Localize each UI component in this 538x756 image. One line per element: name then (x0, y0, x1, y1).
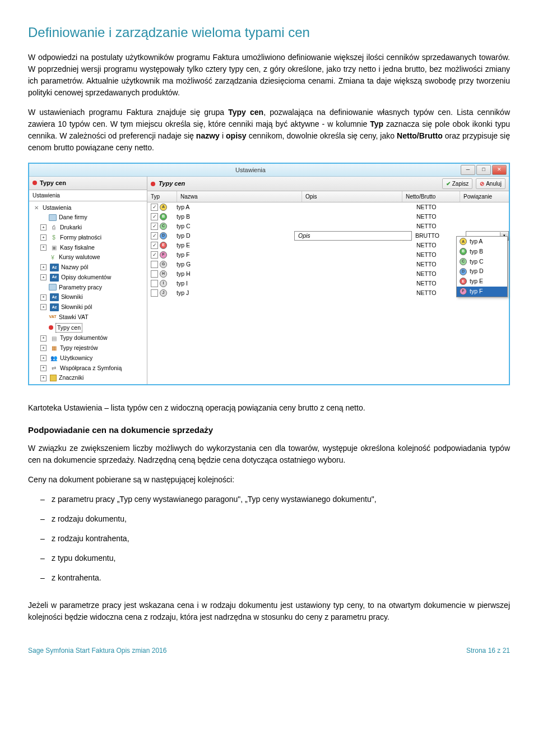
type-checkbox[interactable]: ✓ (151, 204, 158, 211)
type-badge-icon: B (460, 248, 467, 255)
az-icon: Az (50, 293, 59, 301)
dropdown-item[interactable]: Etyp E (457, 276, 507, 287)
expander-icon[interactable]: + (40, 294, 47, 301)
cancel-icon: ⊘ (480, 179, 484, 188)
table-row[interactable]: ✓Ctyp CNETTO (147, 222, 509, 231)
table-row[interactable]: Jtyp JNETTO (147, 288, 509, 298)
tree-wspolpraca[interactable]: +⇄Współpraca z Symfonią (31, 363, 147, 374)
cell-nazwa: typ A (173, 203, 294, 212)
type-checkbox[interactable] (151, 289, 158, 297)
table-header: Typ Nazwa Opis Netto/Brutto Powiązanie (147, 191, 509, 202)
tree-opisy-dokumentow[interactable]: +AzOpisy dokumentów (31, 273, 147, 283)
cell-nazwa: typ J (173, 289, 294, 298)
tree-nazwy-pol[interactable]: +AzNazwy pól (31, 262, 147, 273)
tree-typy-cen[interactable]: Typy cen (31, 322, 147, 334)
expander-icon[interactable]: + (40, 274, 47, 280)
tree-slowniki-pol[interactable]: +AzSłowniki pól (31, 302, 147, 312)
paragraph-5: Jeżeli w parametrze pracy jest wskazana … (28, 600, 510, 623)
dropdown-item[interactable]: Atyp A (457, 237, 507, 247)
cell-opis[interactable]: Opis (294, 231, 412, 241)
tree-slowniki[interactable]: +AzSłowniki (31, 292, 147, 302)
tree-dane-firmy[interactable]: Dane firmy (31, 213, 147, 223)
expander-icon[interactable]: + (40, 245, 47, 251)
register-icon: ▣ (50, 243, 58, 251)
cell-nazwa: typ E (173, 241, 294, 250)
col-powiazanie[interactable]: Powiązanie (460, 191, 509, 202)
table-row[interactable]: ✓Etyp ENETTO (147, 241, 509, 250)
az-icon: Az (50, 274, 59, 282)
type-checkbox[interactable]: ✓ (151, 251, 158, 259)
col-typ[interactable]: Typ (147, 191, 177, 202)
type-badge-icon: C (160, 223, 167, 230)
dropdown-item[interactable]: Ftyp F (457, 287, 507, 297)
list-item: z rodzaju dokumentu, (44, 513, 510, 533)
table-row[interactable]: ✓Atyp ANETTO (147, 202, 509, 212)
type-badge-icon: E (160, 242, 167, 249)
tree-root[interactable]: ✕Ustawienia (31, 203, 147, 213)
vat-icon: VAT (49, 314, 57, 321)
dropdown-item[interactable]: Btyp B (457, 247, 507, 257)
close-button[interactable]: ✕ (492, 165, 507, 175)
tree-sage[interactable]: ♣SAGE (31, 383, 147, 384)
minimize-button[interactable]: ─ (461, 165, 475, 175)
col-opis[interactable]: Opis (302, 191, 402, 202)
type-checkbox[interactable] (151, 261, 158, 268)
type-checkbox[interactable] (151, 270, 158, 278)
type-checkbox[interactable]: ✓ (151, 213, 158, 220)
type-checkbox[interactable]: ✓ (151, 242, 158, 249)
expander-icon[interactable]: + (40, 224, 47, 231)
tree-typy-rejestrow[interactable]: +▦Typy rejestrów (31, 343, 147, 353)
maximize-button[interactable]: □ (476, 165, 491, 175)
powiazanie-dropdown[interactable]: Atyp ABtyp BCtyp CDtyp DEtyp EFtyp F (456, 236, 508, 297)
red-dot-icon (33, 181, 37, 185)
table-row[interactable]: ✓Ftyp FNETTO (147, 250, 509, 260)
tree-stawki-vat[interactable]: VATStawki VAT (31, 312, 147, 322)
tree-formy-platnosci[interactable]: +$Formy płatności (31, 233, 147, 243)
currency-icon: ¥ (49, 253, 57, 261)
tree-uzytkownicy[interactable]: +👥Użytkownicy (31, 353, 147, 363)
table-row[interactable]: ✓Btyp BNETTO (147, 212, 509, 222)
main-title: Typy cen (159, 179, 185, 188)
expander-icon[interactable]: + (40, 345, 47, 351)
red-dot-icon (49, 325, 53, 330)
tree-drukarki[interactable]: +⎙Drukarki (31, 223, 147, 233)
people-icon: 👥 (50, 354, 58, 362)
list-item: z parametru pracy „Typ ceny wystawianego… (44, 494, 510, 513)
type-badge-icon: I (160, 280, 167, 287)
sidebar: Typy cen Ustawienia ✕Ustawienia Dane fir… (29, 177, 147, 384)
type-checkbox[interactable] (151, 280, 158, 287)
cell-nettobrutto: NETTO (413, 203, 467, 212)
expander-icon[interactable]: + (40, 264, 47, 270)
dropdown-item[interactable]: Ctyp C (457, 257, 507, 267)
tree-parametry-pracy[interactable]: Parametry pracy (31, 283, 147, 293)
figure-caption: Kartoteka Ustawienia – lista typów cen z… (28, 402, 510, 414)
table-row[interactable]: Htyp HNETTO (147, 269, 509, 279)
dropdown-item[interactable]: Dtyp D (457, 266, 507, 276)
save-button[interactable]: ✔Zapisz (442, 178, 472, 189)
tree-typy-dokumentow[interactable]: +▤Typy dokumentów (31, 333, 147, 343)
wrench-icon: ✕ (33, 204, 40, 211)
cancel-button[interactable]: ⊘Anuluj (476, 178, 505, 189)
tree-kursy-walutowe[interactable]: ¥Kursy walutowe (31, 252, 147, 262)
expander-icon[interactable]: + (40, 365, 47, 371)
col-nettobrutto[interactable]: Netto/Brutto (402, 191, 460, 202)
type-checkbox[interactable]: ✓ (151, 232, 158, 239)
col-nazwa[interactable]: Nazwa (177, 191, 302, 202)
type-badge-icon: G (160, 261, 167, 268)
table-row[interactable]: Gtyp GNETTO (147, 260, 509, 269)
expander-icon[interactable]: + (40, 355, 47, 361)
expander-icon[interactable]: + (40, 234, 47, 241)
table-row[interactable]: ✓Dtyp DOpisBRUTTO▾ (147, 231, 509, 241)
grid-icon: ▦ (50, 344, 58, 352)
type-badge-icon: E (460, 278, 467, 285)
list-item: z rodzaju kontrahenta, (44, 533, 510, 552)
cell-nazwa: typ I (173, 279, 294, 288)
tree-znaczniki[interactable]: +Znaczniki (31, 373, 147, 383)
table-row[interactable]: Ityp INETTO (147, 279, 509, 288)
expander-icon[interactable]: + (40, 304, 47, 310)
expander-icon[interactable]: + (40, 375, 47, 381)
tree-kasy-fiskalne[interactable]: +▣Kasy fiskalne (31, 243, 147, 253)
expander-icon[interactable]: + (40, 335, 47, 342)
cell-nazwa: typ B (173, 213, 294, 222)
type-checkbox[interactable]: ✓ (151, 223, 158, 230)
